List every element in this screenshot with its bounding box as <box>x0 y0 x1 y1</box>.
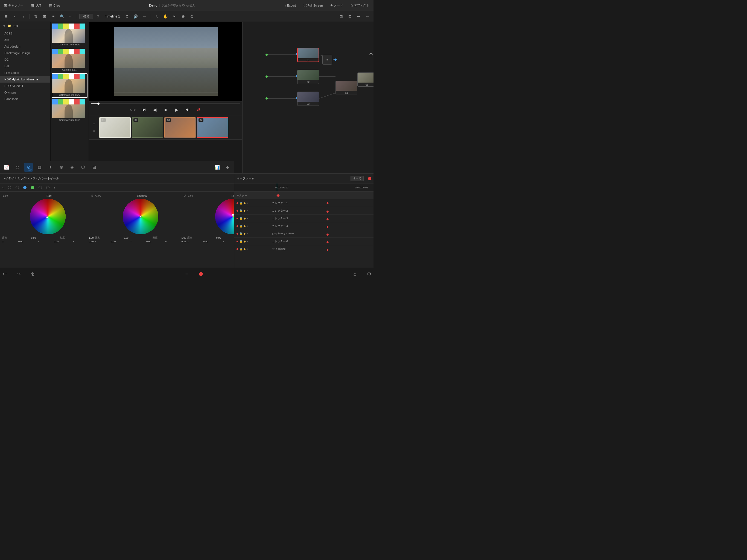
kf-diamond-4[interactable]: ◆ <box>243 232 246 235</box>
kf-all-button[interactable]: すべて <box>351 176 364 181</box>
wheel-dark-reset[interactable]: ↺ <box>91 194 94 198</box>
lut-item-arri[interactable]: Arri <box>0 36 50 43</box>
select-tool[interactable]: ↖ <box>153 12 161 20</box>
zoom-level[interactable]: 42% <box>79 14 93 19</box>
lut-preview-2[interactable]: Gamma 2.2... <box>52 48 87 73</box>
compare-view[interactable]: ⊠ <box>346 12 354 20</box>
lut-item-dji[interactable]: DJI <box>0 63 50 70</box>
lut-item-panasonic[interactable]: Panasonic <box>0 96 50 102</box>
zoom-fit[interactable]: ⊡ <box>94 12 102 20</box>
cg-tool-picker[interactable]: ⊕ <box>57 163 66 172</box>
kf-diamond-3[interactable]: ◆ <box>243 225 246 228</box>
clip-thumb-03[interactable]: 03 <box>164 117 196 138</box>
kf-diamond-0[interactable]: ◆ <box>243 202 246 205</box>
node-04[interactable]: 04 <box>335 81 357 95</box>
kf-expand-4[interactable]: › <box>247 232 248 235</box>
clip-add-btn[interactable]: + <box>91 121 97 127</box>
lut-item-hdr-st2084[interactable]: HDR ST 2084 <box>0 82 50 89</box>
play-button[interactable]: ▶ <box>173 106 180 113</box>
progress-track[interactable] <box>91 103 240 104</box>
menu-gallery[interactable]: ⊞ ギャラリー <box>2 2 25 9</box>
clip-thumb-02[interactable]: 02 <box>132 117 163 138</box>
lut-item-dci[interactable]: DCI <box>0 56 50 63</box>
mode-dot-3[interactable] <box>23 186 27 189</box>
search-button[interactable]: 🔍 <box>58 12 66 20</box>
settings-btn[interactable]: ⚙ <box>365 270 374 278</box>
kf-lock-6[interactable]: 🔒 <box>239 248 242 251</box>
cg-tool-nodes[interactable]: ✦ <box>46 163 55 172</box>
mode-dot-2[interactable] <box>16 186 19 189</box>
cg-tool-qualif[interactable]: ◈ <box>68 163 77 172</box>
node-06[interactable]: 06 <box>357 73 374 87</box>
audio-toggle[interactable]: 🔊 <box>132 12 140 20</box>
timeline-btn[interactable]: ≡ <box>182 270 191 278</box>
timeline-settings[interactable]: ⚙ <box>123 12 131 20</box>
kf-diamond-1[interactable]: ◆ <box>243 209 246 212</box>
menu-clips[interactable]: ▤ Clips <box>47 2 62 9</box>
more-options[interactable]: ··· <box>67 12 75 20</box>
delete-btn[interactable]: 🗑 <box>28 270 37 278</box>
lut-item-blackmagic[interactable]: Blackmagic Design <box>0 50 50 56</box>
kf-expand-6[interactable]: › <box>247 248 248 251</box>
sort-button[interactable]: ⇅ <box>32 12 40 20</box>
kf-lock-3[interactable]: 🔒 <box>239 225 242 228</box>
cg-tool-transform[interactable]: ⊞ <box>90 163 98 172</box>
lut-item-olympus[interactable]: Olympus <box>0 89 50 96</box>
merge-node[interactable]: ≈ <box>323 55 332 65</box>
clip-options-btn[interactable]: ≡ <box>91 128 97 134</box>
scope-toggle[interactable]: ◆ <box>223 163 232 172</box>
kf-lock-5[interactable]: 🔒 <box>239 240 242 243</box>
home-btn[interactable]: ⌂ <box>351 270 359 278</box>
wheel-shadow-reset[interactable]: ↺ <box>183 194 186 198</box>
node-03[interactable]: 03 <box>297 92 319 106</box>
cg-tool-hdr-wheel[interactable]: ⊙ HDR <box>24 163 33 172</box>
skip-back-button[interactable]: ⏮ <box>140 106 148 113</box>
layer-tool[interactable]: ⊕ <box>179 12 187 20</box>
cg-tool-curves[interactable]: 📈 <box>2 163 11 172</box>
cg-tool-color-bars[interactable]: ▦ <box>35 163 44 172</box>
kf-expand-3[interactable]: › <box>247 225 248 228</box>
lut-item-astrodesign[interactable]: Astrodesign <box>0 43 50 50</box>
undo-btn[interactable]: ↩ <box>0 270 9 278</box>
lut-item-film-looks[interactable]: Film Looks <box>0 70 50 76</box>
node-01[interactable]: 01 <box>297 48 319 62</box>
node-button[interactable]: ⊕ ノード <box>328 2 345 8</box>
sidebar-toggle[interactable]: ⊟ <box>2 12 10 20</box>
kf-lock-0[interactable]: 🔒 <box>239 202 242 205</box>
lut-preview-3[interactable]: Gamma 2.4 to HLG <box>52 73 87 98</box>
menu-lut[interactable]: ▦ LUT <box>29 2 43 9</box>
kf-expand-0[interactable]: › <box>247 202 248 205</box>
lut-item-aces[interactable]: ACES <box>0 30 50 36</box>
color-wheel-shadow[interactable] <box>123 199 158 234</box>
more-timeline[interactable]: ··· <box>141 12 149 20</box>
nav-forward[interactable]: › <box>20 12 27 20</box>
node-02[interactable]: 02 <box>297 70 319 84</box>
color-btn[interactable]: ⬟ <box>197 270 205 278</box>
mode-dot-6[interactable] <box>46 186 50 189</box>
mode-dot-1[interactable] <box>8 186 11 189</box>
mode-prev[interactable]: ‹ <box>2 185 4 190</box>
razor-tool[interactable]: ✂ <box>171 12 178 20</box>
step-back-button[interactable]: ◀ <box>151 106 159 113</box>
grid-view[interactable]: ⊞ <box>41 12 48 20</box>
lut-item-hdr-hlg[interactable]: HDR Hybrid Log-Gamma <box>0 76 50 82</box>
lut-preview-1[interactable]: Gamma 1.0 to HLG <box>52 23 87 48</box>
redo-btn[interactable]: ↪ <box>14 270 23 278</box>
skip-forward-button[interactable]: ⏭ <box>184 106 191 113</box>
kf-lock-4[interactable]: 🔒 <box>239 232 242 235</box>
clip-thumb-01[interactable]: 01 <box>99 117 131 138</box>
stop-button[interactable]: ■ <box>162 106 170 113</box>
mode-next[interactable]: › <box>54 185 55 190</box>
lut-preview-4[interactable]: Gamma 2.6 to HLG <box>52 98 87 123</box>
export-button[interactable]: ↑ Export <box>282 3 298 8</box>
cg-tool-scope[interactable]: ◎ <box>13 163 22 172</box>
nav-back[interactable]: ‹ <box>11 12 19 20</box>
clip-thumb-04[interactable]: 04 <box>197 117 228 138</box>
kf-diamond-5[interactable]: ◆ <box>243 240 246 243</box>
loop-button[interactable]: ↺ <box>195 106 202 113</box>
kf-expand-2[interactable]: › <box>247 217 248 220</box>
list-view[interactable]: ≡ <box>50 12 57 20</box>
ripple-tool[interactable]: ⊜ <box>188 12 196 20</box>
more-right[interactable]: ··· <box>364 12 371 20</box>
kf-expand-1[interactable]: › <box>247 209 248 212</box>
